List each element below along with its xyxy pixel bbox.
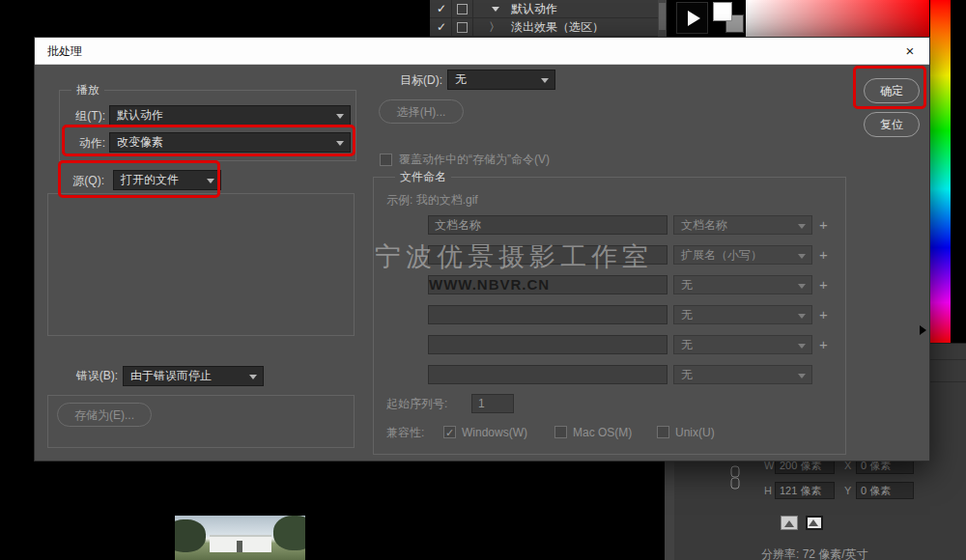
plus-label: + <box>819 305 828 324</box>
naming-select-1[interactable]: 文档名称 <box>673 215 812 235</box>
group-label: 组(T): <box>52 106 105 126</box>
choose-button[interactable]: 选择(H)... <box>379 99 464 124</box>
error-dropdown[interactable]: 由于错误而停止 <box>123 366 264 386</box>
check-icon[interactable]: ✓ <box>437 20 446 35</box>
dialog-title: 批处理 <box>47 44 82 58</box>
naming-select-2[interactable]: 扩展名（小写） <box>673 245 812 265</box>
naming-field-1[interactable] <box>428 215 668 235</box>
unix-label: Unix(U) <box>675 423 715 443</box>
action-label[interactable]: 淡出效果（选区） <box>511 20 604 35</box>
windows-label: Windows(W) <box>462 423 527 443</box>
source-options-groupbox <box>47 193 355 336</box>
destination-label: 目标(D): <box>375 70 442 91</box>
tree-shape <box>273 516 305 550</box>
chevron-down-icon <box>249 375 257 379</box>
windows-checkbox[interactable]: ✓ <box>443 426 456 438</box>
color-swatches-icon[interactable] <box>712 1 747 36</box>
image-thumbnail-icon[interactable] <box>781 516 798 530</box>
check-icon[interactable]: ✓ <box>437 2 446 16</box>
plus-label: + <box>819 245 828 265</box>
photoshop-screen: ✓ 默认动作 ✓ 〉 淡出效果（选区） W <box>0 0 966 560</box>
door-shape <box>237 541 242 552</box>
naming-select-4[interactable]: 无 <box>673 305 812 324</box>
close-button[interactable]: × <box>891 38 929 65</box>
chevron-down-icon <box>336 114 344 119</box>
hue-slider[interactable] <box>930 0 951 344</box>
macos-label: Mac OS(M) <box>573 423 632 443</box>
serial-input[interactable] <box>471 394 514 413</box>
chevron-down-icon <box>541 78 549 83</box>
naming-select-value: 文档名称 <box>681 218 727 232</box>
dialog-toggle-icon[interactable] <box>457 22 468 33</box>
macos-checkbox[interactable] <box>554 426 567 438</box>
override-checkbox[interactable] <box>380 154 392 166</box>
naming-select-value: 无 <box>681 308 693 322</box>
plus-label: + <box>819 335 828 354</box>
naming-select-5[interactable]: 无 <box>673 335 812 354</box>
play-button[interactable] <box>676 2 708 34</box>
column-divider <box>472 0 473 18</box>
play-icon <box>688 11 700 26</box>
group-dropdown[interactable]: 默认动作 <box>109 105 351 126</box>
reset-button[interactable]: 复位 <box>864 112 920 137</box>
framed-image-icon[interactable] <box>806 516 823 530</box>
link-dimensions-icon[interactable] <box>729 465 741 490</box>
dialog-toggle-icon[interactable] <box>457 4 468 14</box>
y-label: Y <box>844 482 851 499</box>
column-divider <box>472 18 473 37</box>
height-field[interactable]: 121 像素 <box>775 482 835 499</box>
plus-label: + <box>819 215 828 235</box>
annotation-box-ok <box>853 66 926 109</box>
action-row-fade-effect[interactable]: ✓ 〉 淡出效果（选区） <box>430 18 658 37</box>
dialog-titlebar[interactable]: 批处理 × <box>35 38 929 65</box>
error-dropdown-value: 由于错误而停止 <box>130 369 212 382</box>
tree-shape <box>175 519 206 552</box>
destination-dropdown[interactable]: 无 <box>447 70 555 90</box>
naming-select-value: 无 <box>681 368 693 381</box>
naming-field-6[interactable] <box>428 365 668 384</box>
naming-select-value: 无 <box>681 278 693 292</box>
scrollbar-thumb[interactable] <box>659 3 666 30</box>
y-field[interactable]: 0 像素 <box>856 482 914 499</box>
naming-field-4[interactable] <box>428 305 668 324</box>
plus-label: + <box>819 275 828 294</box>
naming-example: 示例: 我的文档.gif <box>386 190 478 210</box>
override-label: 覆盖动作中的“存储为”命令(V) <box>399 150 550 170</box>
collapse-chevron-icon[interactable]: 〉 <box>489 20 500 35</box>
column-divider <box>451 18 452 37</box>
annotation-box-source <box>58 160 220 198</box>
chevron-down-icon <box>798 374 806 378</box>
naming-field-5[interactable] <box>428 335 668 354</box>
play-legend: 播放 <box>71 83 104 97</box>
actions-scrollbar[interactable] <box>658 0 667 37</box>
foreground-color-chip[interactable] <box>713 2 732 21</box>
actions-panel: ✓ 默认动作 ✓ 〉 淡出效果（选区） <box>430 0 658 37</box>
chevron-down-icon <box>798 344 806 349</box>
chevron-down-icon <box>798 314 806 319</box>
document-thumbnail <box>175 516 305 560</box>
group-dropdown-value: 默认动作 <box>117 108 163 122</box>
error-label: 错误(B): <box>48 366 118 386</box>
hue-marker-icon[interactable] <box>920 325 926 335</box>
action-row-default-actions[interactable]: ✓ 默认动作 <box>430 0 658 18</box>
height-label: H <box>764 482 772 499</box>
resolution-readout: 分辨率: 72 像素/英寸 <box>761 546 868 560</box>
compatibility-label: 兼容性: <box>386 423 424 443</box>
watermark-url: WWW.NBVR.CN <box>429 276 550 293</box>
unix-checkbox[interactable] <box>657 426 669 438</box>
serial-label: 起始序列号: <box>386 394 447 414</box>
mountain-icon <box>784 520 794 527</box>
naming-select-value: 扩展名（小写） <box>681 248 762 262</box>
watermark-studio-name: 宁波优景摄影工作室 <box>375 239 653 274</box>
save-as-button[interactable]: 存储为(E)... <box>57 403 152 427</box>
destination-dropdown-value: 无 <box>455 72 467 86</box>
color-picker-field[interactable] <box>746 0 929 37</box>
mountain-icon <box>809 519 818 526</box>
chevron-down-icon <box>798 284 806 289</box>
expand-triangle-icon[interactable] <box>492 7 499 12</box>
naming-select-6[interactable]: 无 <box>673 365 812 384</box>
action-set-label[interactable]: 默认动作 <box>511 2 557 16</box>
column-divider <box>451 0 452 18</box>
naming-select-3[interactable]: 无 <box>673 275 812 294</box>
annotation-box-action-row <box>62 125 355 156</box>
